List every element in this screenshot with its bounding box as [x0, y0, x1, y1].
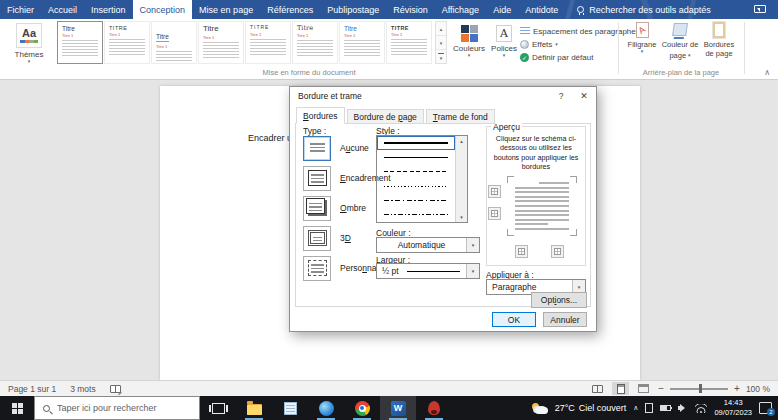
tell-me-search[interactable]: Rechercher des outils adaptés: [577, 0, 711, 19]
style-option-dashed-line[interactable]: [377, 165, 455, 179]
tab-affichage[interactable]: Affichage: [435, 0, 486, 19]
style-option-dotted-line[interactable]: [377, 179, 455, 193]
tab-accueil[interactable]: Accueil: [41, 0, 84, 19]
effects-button[interactable]: Effets ▾: [520, 38, 558, 50]
watermark-button[interactable]: Filigrane ▾: [624, 22, 660, 54]
style-option-dash-dot-dot-line[interactable]: [377, 208, 455, 222]
page-color-button[interactable]: Couleur de page▾: [661, 22, 699, 60]
left-border-button[interactable]: [515, 245, 528, 258]
battery-icon[interactable]: [660, 405, 671, 411]
edge-icon: [319, 401, 334, 416]
style-set-card-7[interactable]: Titre Titre 1: [339, 21, 385, 64]
dialog-help-button[interactable]: ?: [550, 87, 572, 105]
effects-icon: [520, 40, 529, 49]
themes-button[interactable]: Aa Thèmes ▾: [4, 21, 54, 64]
style-option-solid-thin-line[interactable]: [377, 150, 455, 164]
edge-button[interactable]: [308, 396, 344, 420]
style-option-solid-bold-line[interactable]: [377, 136, 455, 150]
gallery-scroll-down-icon[interactable]: ▾: [436, 36, 446, 50]
border-grid-icon: [491, 188, 498, 195]
proofing-status-icon[interactable]: [110, 385, 121, 393]
style-set-card-4[interactable]: Titre Titre 1: [198, 21, 244, 64]
zoom-level[interactable]: 100 %: [746, 384, 770, 394]
top-border-button[interactable]: [488, 185, 501, 198]
wifi-icon[interactable]: [695, 404, 707, 413]
action-center-icon[interactable]: 2: [759, 402, 772, 414]
collapse-ribbon-icon[interactable]: ∧: [764, 68, 770, 77]
notes-app-button[interactable]: [272, 396, 308, 420]
tab-mise-en-page[interactable]: Mise en page: [192, 0, 260, 19]
scroll-down-icon[interactable]: ▾: [460, 214, 463, 220]
tab-publipostage[interactable]: Publipostage: [320, 0, 386, 19]
dropdown-arrow-icon[interactable]: ▾: [466, 238, 479, 252]
word-button[interactable]: [380, 396, 416, 420]
dropdown-arrow-icon[interactable]: ▾: [466, 264, 479, 278]
tray-overflow-icon[interactable]: ∧: [633, 404, 638, 412]
tab-aide[interactable]: Aide: [486, 0, 518, 19]
weather-widget[interactable]: 27°C Ciel couvert: [555, 403, 627, 413]
style-set-card-6[interactable]: Titre Titre 1: [292, 21, 338, 64]
border-type-ombre[interactable]: Ombre: [303, 194, 366, 222]
tab-insertion[interactable]: Insertion: [84, 0, 133, 19]
style-list-scrollbar[interactable]: ▴ ▾: [455, 136, 467, 222]
chrome-button[interactable]: [344, 396, 380, 420]
tab-revision[interactable]: Révision: [386, 0, 435, 19]
group-separator: [618, 22, 619, 74]
taskbar-search-input[interactable]: Taper ici pour rechercher: [34, 396, 200, 420]
zoom-out-button[interactable]: −: [658, 384, 664, 394]
border-preview-canvas[interactable]: [507, 176, 577, 236]
gallery-more-icon[interactable]: ▾: [436, 50, 446, 63]
style-option-dash-dot-line[interactable]: [377, 193, 455, 207]
set-default-button[interactable]: Définir par défaut: [520, 51, 593, 63]
zoom-slider-thumb[interactable]: [699, 384, 702, 393]
polices-button[interactable]: A Polices ▾: [489, 21, 519, 58]
bottom-border-button[interactable]: [488, 207, 501, 220]
dialog-tab-bordure-de-page[interactable]: Bordure de page: [347, 109, 424, 124]
apercu-groupbox: Aperçu Cliquez sur le schéma ci-dessous …: [486, 126, 586, 266]
tab-antidote[interactable]: Antidote: [518, 0, 565, 19]
file-explorer-button[interactable]: [236, 396, 272, 420]
tray-document-icon[interactable]: [645, 403, 653, 413]
border-type-aucune[interactable]: Aucune: [303, 134, 369, 162]
scroll-up-icon[interactable]: ▴: [460, 138, 463, 144]
page-indicator[interactable]: Page 1 sur 1: [8, 384, 56, 394]
page-borders-button[interactable]: Bordures de page: [700, 22, 738, 58]
largeur-combobox[interactable]: ½ pt ▾: [376, 263, 480, 279]
start-button[interactable]: [0, 396, 34, 420]
style-set-card-5[interactable]: TITRE Titre 1: [245, 21, 291, 64]
largeur-value: ½ pt: [382, 266, 399, 276]
gallery-scroll-up-icon[interactable]: ▴: [436, 22, 446, 36]
style-set-card-2[interactable]: TITRE Titre 1: [104, 21, 150, 64]
right-border-button[interactable]: [551, 245, 564, 258]
feedback-comment-icon[interactable]: [754, 5, 766, 13]
read-mode-button[interactable]: [589, 382, 606, 395]
style-set-card-1[interactable]: Titre Titre 1: [57, 21, 103, 64]
cancel-button[interactable]: Annuler: [543, 312, 587, 327]
tab-fichier[interactable]: Fichier: [0, 0, 41, 19]
print-layout-button[interactable]: [612, 382, 629, 395]
style-set-card-3[interactable]: Titre Titre 1: [151, 21, 197, 64]
task-view-button[interactable]: [200, 396, 236, 420]
clock[interactable]: 14:43 09/07/2023: [714, 398, 752, 418]
antidote-button[interactable]: [416, 396, 452, 420]
check-circle-icon: [520, 53, 529, 62]
zoom-in-button[interactable]: +: [734, 384, 740, 394]
dialog-close-icon[interactable]: ✕: [573, 87, 595, 105]
tab-references[interactable]: Références: [260, 0, 320, 19]
options-button[interactable]: Options...: [531, 292, 587, 308]
zoom-slider[interactable]: [670, 388, 728, 390]
ok-button[interactable]: OK: [492, 312, 536, 327]
border-type-label: 3D: [340, 233, 351, 243]
dialog-tab-trame-de-fond[interactable]: Trame de fond: [426, 109, 495, 124]
word-count[interactable]: 3 mots: [70, 384, 96, 394]
couleur-combobox[interactable]: Automatique ▾: [376, 237, 480, 253]
border-type-none-icon: [303, 136, 331, 161]
tell-me-search-label: Rechercher des outils adaptés: [589, 5, 711, 15]
speaker-icon[interactable]: [678, 404, 688, 413]
couleurs-button[interactable]: Couleurs ▾: [450, 21, 488, 58]
dialog-tab-bordures[interactable]: Bordures: [296, 107, 345, 124]
style-set-card-8[interactable]: TITRE Titre 1: [386, 21, 432, 64]
web-layout-button[interactable]: [635, 382, 652, 395]
tab-conception[interactable]: Conception: [133, 0, 193, 19]
border-type-3d[interactable]: 3D: [303, 224, 351, 252]
